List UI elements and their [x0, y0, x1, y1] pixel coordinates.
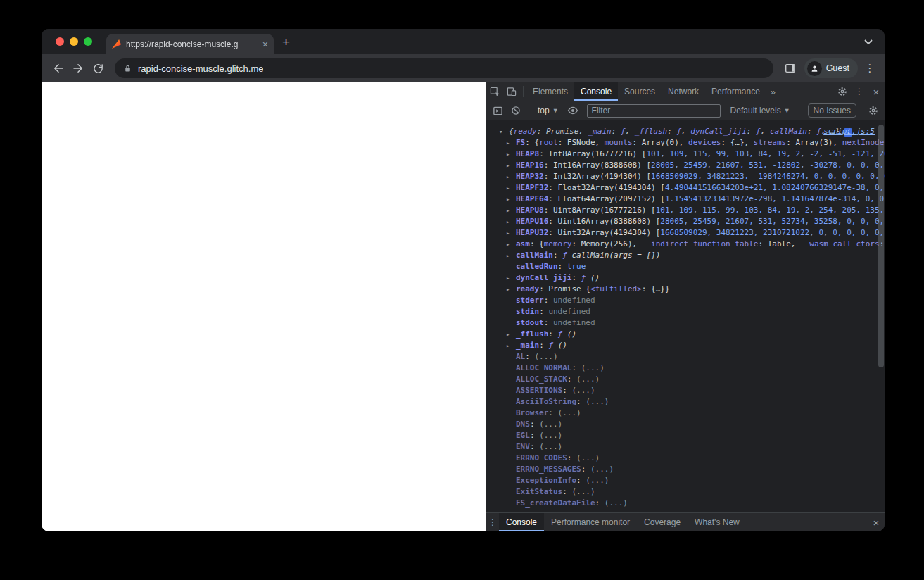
tab-search-chevron-icon[interactable]: [863, 37, 873, 46]
drawer-tab-whats-new[interactable]: What's New: [688, 513, 747, 531]
live-expression-eye-button[interactable]: [564, 101, 581, 120]
expand-arrow-closed-icon[interactable]: ▸: [506, 329, 516, 340]
devtools-tab-performance[interactable]: Performance: [705, 82, 766, 101]
expand-arrow-closed-icon[interactable]: ▸: [506, 250, 516, 261]
side-panel-button[interactable]: [780, 58, 800, 78]
console-tree-row[interactable]: ▸HEAPU32: Uint32Array(4194304) [16685090…: [486, 227, 885, 239]
console-tree-row[interactable]: ▸callMain: ƒ callMain(args = []): [486, 250, 885, 261]
console-tree-row[interactable]: stdin: undefined: [486, 306, 885, 317]
console-tree-row[interactable]: ▸HEAPU16: Uint16Array(8388608) [28005, 2…: [486, 216, 885, 227]
expand-arrow-closed-icon[interactable]: ▸: [506, 171, 516, 182]
javascript-context-selector[interactable]: top▼: [533, 106, 563, 115]
expand-arrow-closed-icon[interactable]: ▸: [506, 239, 516, 250]
console-tree-row[interactable]: stdout: undefined: [486, 317, 885, 329]
console-tree-row[interactable]: ALLOC_NORMAL: (...): [486, 362, 885, 374]
expand-arrow-closed-icon[interactable]: ▸: [506, 205, 516, 216]
console-tree-row[interactable]: Browser: (...): [486, 408, 885, 419]
devtools-tab-console[interactable]: Console: [574, 82, 618, 101]
reload-button[interactable]: [88, 58, 108, 78]
console-text: dynCall_jiji: [516, 273, 571, 282]
expand-arrow-closed-icon[interactable]: ▸: [506, 340, 516, 351]
devtools-tab-elements[interactable]: Elements: [526, 82, 574, 101]
console-tree-row[interactable]: stderr: undefined: [486, 295, 885, 306]
expand-arrow-closed-icon[interactable]: ▸: [506, 182, 516, 194]
console-tree-row[interactable]: DNS: (...): [486, 419, 885, 430]
console-tree-row[interactable]: ▸ready: Promise {<fulfilled>: {…}}: [486, 284, 885, 295]
console-tree-row[interactable]: ▾{ready: Promise, _main: ƒ, _fflush: ƒ, …: [486, 126, 885, 137]
console-tree-row[interactable]: ▸HEAPU8: Uint8Array(16777216) [101, 109,…: [486, 205, 885, 216]
lock-icon[interactable]: [123, 64, 132, 73]
back-button[interactable]: [49, 58, 68, 78]
clear-console-button[interactable]: [507, 101, 524, 120]
console-tree-row[interactable]: ▸asm: {memory: Memory(256), __indirect_f…: [486, 239, 885, 250]
console-tree-row[interactable]: AsciiToString: (...): [486, 396, 885, 408]
console-tree-row[interactable]: ▸HEAPF64: Float64Array(2097152) [1.15454…: [486, 194, 885, 205]
console-text: dynCall_jiji: [690, 127, 746, 136]
console-tree-row[interactable]: ▸_fflush: ƒ (): [486, 329, 885, 340]
devtools-tab-network[interactable]: Network: [662, 82, 705, 101]
drawer-tab-coverage[interactable]: Coverage: [637, 513, 688, 531]
expand-arrow-closed-icon[interactable]: ▸: [506, 137, 516, 149]
console-tree-row[interactable]: ERRNO_MESSAGES: (...): [486, 464, 885, 475]
console-text: : Uint32Array(4194304) [: [548, 228, 660, 237]
devtools-settings-gear-icon[interactable]: [834, 82, 851, 101]
expand-arrow-open-icon[interactable]: ▾: [499, 126, 509, 137]
console-tree-row[interactable]: ▸dynCall_jiji: ƒ (): [486, 272, 885, 284]
console-tree-row[interactable]: ▸HEAP32: Int32Array(4194304) [1668509029…: [486, 171, 885, 182]
console-text: :: [595, 498, 605, 508]
source-location-link[interactable]: script.js:5: [823, 126, 875, 137]
forward-button[interactable]: [68, 58, 88, 78]
console-tree-row[interactable]: FS_createDataFile: (...): [486, 498, 885, 509]
devtools-tab-sources[interactable]: Sources: [618, 82, 662, 101]
console-tree-row[interactable]: ExceptionInfo: (...): [486, 475, 885, 486]
console-tree-row[interactable]: ALLOC_STACK: (...): [486, 374, 885, 385]
console-tree-row[interactable]: calledRun: true: [486, 261, 885, 272]
browser-tab[interactable]: https://rapid-concise-muscle.g ×: [106, 34, 274, 54]
drawer-menu-kebab-icon[interactable]: ⋮: [486, 513, 499, 531]
new-tab-button[interactable]: +: [282, 35, 290, 49]
device-toolbar-button[interactable]: [503, 82, 520, 101]
console-tree-row[interactable]: ▸HEAP8: Int8Array(16777216) [101, 109, 1…: [486, 149, 885, 160]
drawer-tab-performance-monitor[interactable]: Performance monitor: [544, 513, 637, 531]
console-tree-row[interactable]: ERRNO_CODES: (...): [486, 453, 885, 464]
profile-chip[interactable]: Guest: [804, 58, 858, 78]
console-filter-input[interactable]: [587, 104, 721, 118]
console-tree-row[interactable]: ▸FS: {root: FSNode, mounts: Array(0), de…: [486, 137, 885, 149]
expand-arrow-closed-icon[interactable]: ▸: [506, 216, 516, 227]
tab-close-icon[interactable]: ×: [262, 39, 268, 49]
console-text: :: [571, 363, 581, 372]
devtools-menu-kebab-icon[interactable]: ⋮: [851, 82, 868, 101]
console-tree-row[interactable]: ASSERTIONS: (...): [486, 385, 885, 396]
console-text: :: [530, 431, 539, 440]
devtools-tabbar: Elements Console Sources Network Perform…: [486, 82, 885, 101]
inspect-element-button[interactable]: [486, 82, 503, 101]
console-sidebar-button[interactable]: [489, 101, 506, 120]
minimize-window-button[interactable]: [70, 37, 78, 46]
browser-menu-kebab-icon[interactable]: ⋮: [862, 62, 878, 75]
log-levels-selector[interactable]: Default levels▼: [726, 106, 795, 115]
close-window-button[interactable]: [56, 37, 64, 46]
expand-arrow-closed-icon[interactable]: ▸: [506, 194, 516, 205]
expand-arrow-closed-icon[interactable]: ▸: [506, 227, 516, 239]
console-tree-row[interactable]: AL: (...): [486, 351, 885, 362]
console-tree-row[interactable]: ExitStatus: (...): [486, 486, 885, 498]
console-settings-gear-icon[interactable]: [865, 101, 882, 120]
console-tree-row[interactable]: ▸HEAPF32: Float32Array(4194304) [4.49044…: [486, 182, 885, 194]
more-tabs-chevron-icon[interactable]: »: [766, 87, 780, 97]
console-tree-row[interactable]: ▸HEAP16: Int16Array(8388608) [28005, 254…: [486, 160, 885, 171]
console-text: DNS: [516, 420, 530, 429]
address-bar[interactable]: rapid-concise-muscle.glitch.me: [115, 58, 773, 78]
console-tree-row[interactable]: ENV: (...): [486, 441, 885, 453]
zoom-window-button[interactable]: [84, 37, 92, 46]
drawer-close-icon[interactable]: ×: [868, 513, 885, 531]
drawer-tab-console[interactable]: Console: [499, 513, 544, 531]
console-tree-row[interactable]: EGL: (...): [486, 430, 885, 441]
expand-arrow-closed-icon[interactable]: ▸: [506, 160, 516, 171]
expand-arrow-closed-icon[interactable]: ▸: [506, 149, 516, 160]
expand-arrow-closed-icon[interactable]: ▸: [506, 272, 516, 284]
console-tree-row[interactable]: ▸_main: ƒ (): [486, 340, 885, 351]
issues-button[interactable]: No Issues: [808, 103, 856, 118]
console-text: _main: [516, 341, 539, 350]
devtools-close-icon[interactable]: ×: [868, 82, 885, 101]
expand-arrow-closed-icon[interactable]: ▸: [506, 284, 516, 295]
